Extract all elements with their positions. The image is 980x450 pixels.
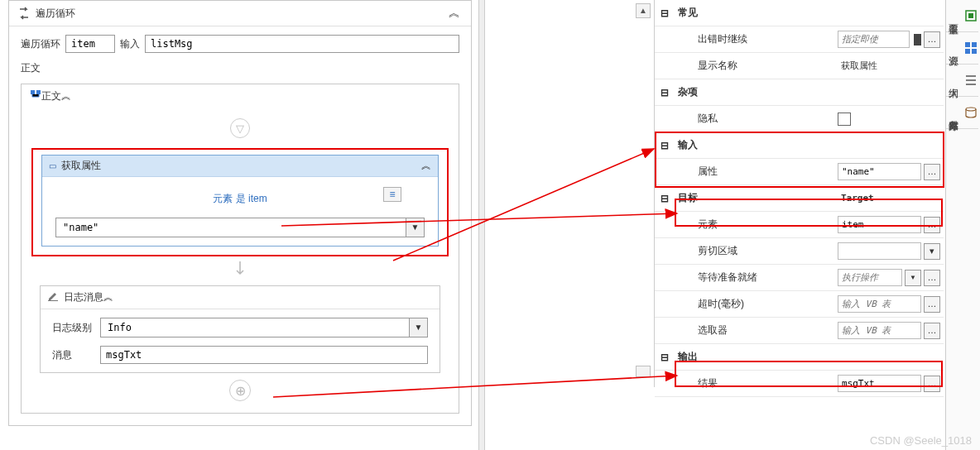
- tab-coverage[interactable]: 覆盖率: [946, 0, 978, 32]
- minus-icon[interactable]: ⊟: [655, 352, 675, 363]
- splitter-handle[interactable]: [478, 0, 485, 450]
- logmessage-activity[interactable]: 日志消息 ︽ 日志级别 ▼ 消息: [40, 285, 440, 373]
- chevron-down-icon[interactable]: ▾: [924, 243, 940, 260]
- category-common[interactable]: ⊟ 常见: [655, 0, 944, 26]
- highlight-box-getattr: ▭ 获取属性 ︽ 元素 是 item ≡ ▼: [31, 148, 449, 256]
- category-misc[interactable]: ⊟ 杂项: [655, 79, 944, 106]
- svg-rect-6: [972, 42, 977, 47]
- filled-box-icon: [914, 34, 921, 45]
- timeout-input[interactable]: [838, 295, 921, 313]
- sequence-icon: [30, 89, 41, 103]
- ellipsis-button[interactable]: …: [924, 31, 940, 48]
- ellipsis-button[interactable]: …: [924, 270, 940, 286]
- prop-clip-region[interactable]: 剪切区域 ▾: [655, 238, 944, 265]
- minus-icon[interactable]: ⊟: [655, 193, 675, 204]
- svg-rect-4: [968, 13, 973, 18]
- attribute-input[interactable]: [55, 218, 406, 237]
- ellipsis-button[interactable]: …: [924, 376, 940, 392]
- message-input[interactable]: [100, 346, 428, 364]
- chevron-down-icon[interactable]: ▼: [406, 218, 425, 237]
- collapse-icon[interactable]: ︽: [421, 159, 431, 173]
- element-value-input[interactable]: [838, 216, 921, 233]
- prop-attribute[interactable]: 属性 …: [655, 159, 944, 185]
- getattribute-header[interactable]: ▭ 获取属性 ︽: [42, 156, 438, 177]
- chevron-down-icon[interactable]: ▼: [905, 270, 921, 286]
- message-label: 消息: [52, 348, 92, 362]
- category-output[interactable]: ⊟ 输出: [655, 344, 944, 371]
- result-value-input[interactable]: [838, 375, 921, 392]
- foreach-activity[interactable]: 遍历循环 ︽ 遍历循环 输入 正文 正文 ︽ ▽: [8, 0, 472, 426]
- tab-outline[interactable]: 大纲: [946, 65, 978, 97]
- svg-rect-0: [31, 90, 35, 94]
- prop-continue-on-error[interactable]: 出错时继续 …: [655, 26, 944, 53]
- category-input[interactable]: ⊟ 输入: [655, 132, 944, 159]
- display-name-value[interactable]: 获取属性: [838, 57, 940, 74]
- foreach-collection-input[interactable]: [145, 35, 459, 53]
- collapse-icon[interactable]: ︽: [446, 6, 463, 21]
- loop-icon: [17, 7, 31, 20]
- loglevel-combo[interactable]: ▼: [100, 318, 428, 338]
- foreach-input-label: 输入: [120, 37, 140, 51]
- resources-icon: [963, 41, 978, 55]
- sequence-header[interactable]: 正文 ︽: [22, 84, 459, 108]
- watermark: CSDN @Seele_1018: [870, 434, 972, 447]
- scroll-up-button[interactable]: ▲: [636, 3, 651, 18]
- outline-icon: [963, 73, 978, 88]
- tab-resources[interactable]: 资源: [946, 32, 978, 65]
- logmessage-header[interactable]: 日志消息 ︽: [41, 286, 440, 309]
- drop-target-bottom[interactable]: ⊕: [31, 380, 449, 401]
- svg-rect-5: [965, 42, 970, 47]
- minus-icon[interactable]: ⊟: [655, 87, 675, 98]
- selector-input[interactable]: [838, 322, 921, 339]
- foreach-header[interactable]: 遍历循环 ︽: [9, 1, 471, 26]
- svg-rect-8: [972, 49, 977, 54]
- prop-private[interactable]: 隐私: [655, 106, 944, 132]
- property-icon: ▭: [49, 161, 56, 170]
- attribute-combo[interactable]: ▼: [55, 218, 425, 237]
- sequence-title: 正文: [41, 89, 61, 103]
- loglevel-value[interactable]: [100, 318, 410, 338]
- hamburger-icon[interactable]: ≡: [383, 187, 401, 202]
- logmessage-title: 日志消息: [64, 290, 103, 304]
- category-target[interactable]: ⊟ 目标 Target: [655, 185, 944, 212]
- scroll-track[interactable]: [636, 366, 651, 377]
- svg-rect-2: [48, 300, 58, 301]
- minus-icon[interactable]: ⊟: [655, 7, 675, 19]
- collapse-icon[interactable]: ︽: [103, 290, 113, 304]
- drop-target-top[interactable]: ▽: [31, 118, 449, 138]
- properties-panel: ⊟ 常见 出错时继续 … 显示名称 获取属性 ⊟ 杂项 隐私 ⊟ 输入 属性 …: [654, 0, 944, 387]
- collapse-icon[interactable]: ︽: [61, 89, 71, 103]
- svg-rect-7: [965, 49, 970, 54]
- ellipsis-button[interactable]: …: [924, 164, 940, 180]
- attribute-value-input[interactable]: [838, 163, 921, 180]
- tab-repository[interactable]: 对象存储库: [946, 97, 978, 129]
- side-tab-strip: 覆盖率 资源 大纲 对象存储库: [945, 0, 980, 450]
- clip-region-input[interactable]: [838, 242, 921, 260]
- prop-result[interactable]: 结果 …: [655, 371, 944, 397]
- getattribute-title: 获取属性: [61, 159, 421, 173]
- foreach-item-input[interactable]: [65, 35, 115, 53]
- chevron-down-icon[interactable]: ▼: [410, 318, 428, 338]
- ellipsis-button[interactable]: …: [924, 217, 940, 233]
- foreach-item-label: 遍历循环: [21, 37, 60, 51]
- repository-icon: [963, 105, 978, 120]
- sequence-activity[interactable]: 正文 ︽ ▽ ▭ 获取属性 ︽ 元素 是 item: [21, 84, 459, 414]
- svg-rect-1: [36, 90, 41, 94]
- svg-point-9: [966, 108, 976, 111]
- edit-icon: [47, 290, 59, 304]
- wait-ready-input[interactable]: [838, 269, 902, 286]
- prop-selector[interactable]: 选取器 …: [655, 318, 944, 344]
- prop-wait-ready[interactable]: 等待准备就绪 ▼ …: [655, 265, 944, 291]
- getattribute-activity[interactable]: ▭ 获取属性 ︽ 元素 是 item ≡ ▼: [41, 155, 439, 247]
- prop-element[interactable]: 元素 …: [655, 212, 944, 238]
- prop-timeout[interactable]: 超时(毫秒) …: [655, 291, 944, 318]
- body-label: 正文: [9, 60, 471, 84]
- prop-display-name[interactable]: 显示名称 获取属性: [655, 53, 944, 79]
- ellipsis-button[interactable]: …: [924, 296, 940, 313]
- element-description[interactable]: 元素 是 item ≡: [55, 185, 425, 218]
- ellipsis-button[interactable]: …: [924, 323, 940, 339]
- private-checkbox[interactable]: [838, 112, 851, 126]
- continue-on-error-input[interactable]: [838, 31, 910, 48]
- minus-icon[interactable]: ⊟: [655, 140, 675, 151]
- loglevel-label: 日志级别: [52, 321, 92, 335]
